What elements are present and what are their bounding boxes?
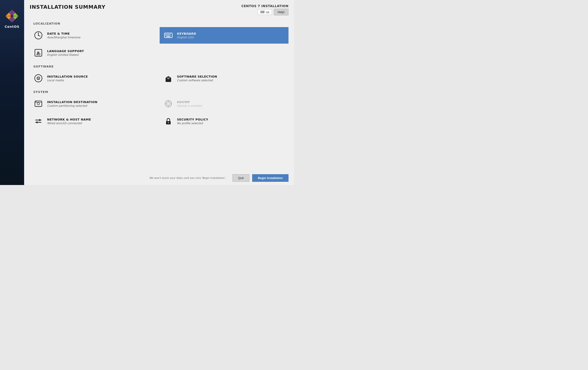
kdump-card[interactable]: KDUMP Kdump is enabled [160, 95, 289, 112]
installation-source-text: INSTALLATION SOURCE Local media [47, 75, 88, 82]
system-heading: SYSTEM [33, 90, 288, 94]
kdump-subtitle: Kdump is enabled [177, 104, 202, 107]
keyboard-title: KEYBOARD [177, 32, 196, 35]
date-time-card[interactable]: DATE & TIME Asia/Shanghai timezone [30, 27, 159, 44]
software-selection-card[interactable]: SOFTWARE SELECTION Custom software selec… [160, 70, 289, 87]
installation-source-card[interactable]: INSTALLATION SOURCE Local media [30, 70, 159, 87]
installation-destination-text: INSTALLATION DESTINATION Custom partitio… [47, 100, 97, 107]
network-hostname-text: NETWORK & HOST NAME Wired (ens33) connec… [47, 118, 91, 125]
svg-marker-41 [39, 119, 41, 121]
keyboard-text: KEYBOARD English (US) [177, 32, 196, 39]
software-selection-text: SOFTWARE SELECTION Custom software selec… [177, 75, 217, 82]
header: INSTALLATION SUMMARY CENTOS 7 INSTALLATI… [24, 0, 294, 18]
network-hostname-icon [33, 116, 43, 126]
installation-destination-title: INSTALLATION DESTINATION [47, 100, 97, 104]
language-support-text: LANGUAGE SUPPORT English (United States) [47, 49, 84, 56]
date-time-subtitle: Asia/Shanghai timezone [47, 36, 80, 39]
software-grid: INSTALLATION SOURCE Local media SOFTWARE… [30, 70, 288, 87]
svg-line-11 [38, 35, 40, 36]
date-time-icon [33, 30, 43, 41]
centos-logo-icon [5, 9, 19, 23]
software-heading: SOFTWARE [33, 65, 288, 68]
quit-button[interactable]: Quit [232, 174, 250, 182]
svg-point-33 [36, 102, 37, 102]
svg-marker-43 [36, 121, 37, 123]
installation-source-icon [33, 73, 43, 83]
svg-rect-20 [169, 35, 170, 36]
svg-text:あ: あ [36, 51, 41, 56]
language-support-icon: あ [33, 48, 43, 58]
svg-rect-18 [167, 35, 168, 36]
kdump-title: KDUMP [177, 100, 202, 104]
security-policy-card[interactable]: SECURITY POLICY No profile selected [160, 113, 289, 129]
header-right: CENTOS 7 INSTALLATION ⌨ us Help! [242, 4, 288, 15]
keyboard-indicator: ⌨ us [258, 9, 272, 15]
software-selection-icon [163, 73, 173, 83]
kdump-text: KDUMP Kdump is enabled [177, 100, 202, 107]
keyboard-card[interactable]: KEYBOARD English (US) [160, 27, 289, 44]
sidebar: CentOS [0, 0, 24, 185]
localization-heading: LOCALIZATION [33, 22, 288, 25]
content-area: LOCALIZATION DATE & TIME Asia/Shanghai t… [24, 18, 294, 172]
kdump-icon [163, 99, 173, 109]
security-policy-text: SECURITY POLICY No profile selected [177, 118, 208, 125]
language-support-title: LANGUAGE SUPPORT [47, 49, 84, 53]
keyboard-card-icon [163, 30, 173, 41]
security-policy-title: SECURITY POLICY [177, 118, 208, 121]
svg-rect-14 [167, 34, 168, 35]
svg-point-35 [167, 102, 170, 105]
software-selection-subtitle: Custom software selected [177, 79, 217, 82]
installation-destination-icon [33, 99, 43, 109]
software-selection-title: SOFTWARE SELECTION [177, 75, 217, 78]
keyboard-subtitle: English (US) [177, 36, 196, 39]
help-button[interactable]: Help! [274, 9, 288, 15]
svg-rect-16 [169, 34, 170, 35]
svg-rect-21 [166, 36, 170, 37]
network-hostname-card[interactable]: NETWORK & HOST NAME Wired (ens33) connec… [30, 113, 159, 129]
network-hostname-subtitle: Wired (ens33) connected [47, 122, 91, 125]
installation-source-subtitle: Local media [47, 79, 88, 82]
logo: CentOS [5, 9, 19, 29]
localization-grid: DATE & TIME Asia/Shanghai timezone [30, 27, 288, 61]
installation-destination-subtitle: Custom partitioning selected [47, 104, 97, 107]
system-grid: INSTALLATION DESTINATION Custom partitio… [30, 95, 288, 129]
svg-point-45 [168, 122, 169, 123]
footer: We won't touch your disks until you clic… [24, 172, 294, 185]
language-support-subtitle: English (United States) [47, 53, 84, 56]
language-support-card[interactable]: あ LANGUAGE SUPPORT English (United State… [30, 44, 159, 61]
svg-rect-17 [165, 35, 166, 36]
date-time-text: DATE & TIME Asia/Shanghai timezone [47, 32, 80, 39]
localization-empty [160, 44, 289, 61]
installation-source-title: INSTALLATION SOURCE [47, 75, 88, 78]
security-policy-icon [163, 116, 173, 126]
network-hostname-title: NETWORK & HOST NAME [47, 118, 91, 121]
main-area: INSTALLATION SUMMARY CENTOS 7 INSTALLATI… [24, 0, 294, 185]
centos-title: CENTOS 7 INSTALLATION [242, 4, 288, 8]
svg-point-26 [38, 78, 39, 79]
keyboard-icon: ⌨ [260, 10, 265, 14]
svg-rect-13 [165, 34, 166, 35]
logo-text: CentOS [5, 25, 19, 29]
begin-installation-button[interactable]: Begin Installation [252, 174, 288, 182]
svg-rect-15 [168, 34, 169, 35]
svg-rect-19 [168, 35, 169, 36]
installation-destination-card[interactable]: INSTALLATION DESTINATION Custom partitio… [30, 95, 159, 112]
keyboard-lang: us [266, 10, 269, 14]
security-policy-subtitle: No profile selected [177, 122, 208, 125]
page-title: INSTALLATION SUMMARY [30, 4, 105, 10]
footer-note: We won't touch your disks until you clic… [30, 176, 230, 179]
date-time-title: DATE & TIME [47, 32, 80, 35]
svg-point-31 [37, 103, 40, 105]
svg-rect-29 [167, 78, 169, 79]
svg-marker-28 [166, 76, 171, 78]
